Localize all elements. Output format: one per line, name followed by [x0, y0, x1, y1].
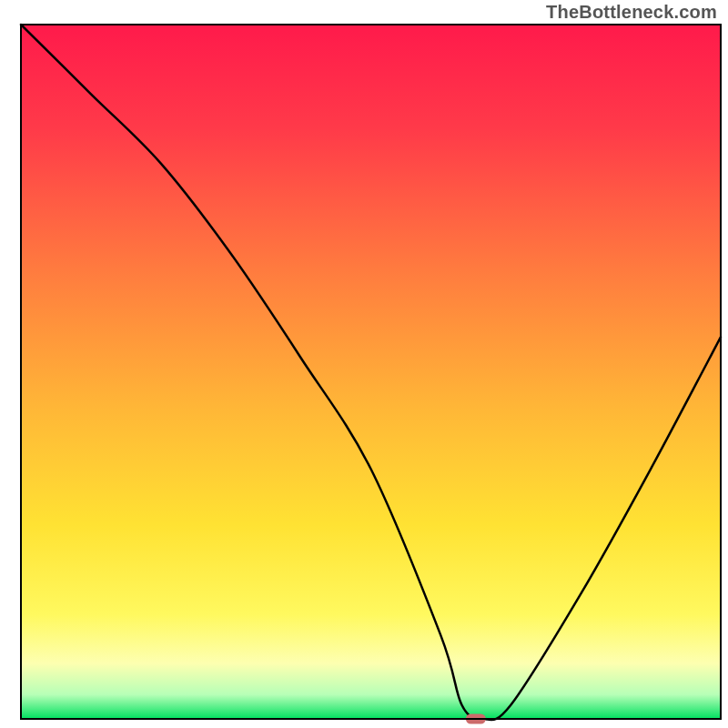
bottleneck-plot [0, 0, 728, 728]
chart-stage: TheBottleneck.com [0, 0, 728, 728]
